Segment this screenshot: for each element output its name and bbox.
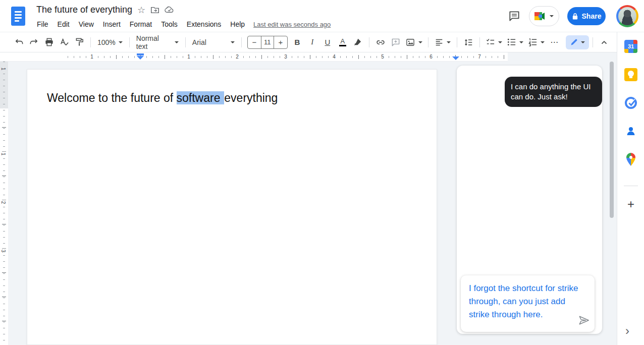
left-indent-marker[interactable] (137, 53, 144, 55)
move-to-folder-icon[interactable] (150, 6, 159, 15)
user-message-text: I forgot the shortcut for strike through… (469, 283, 578, 319)
paragraph-style-select[interactable]: Normal text (133, 35, 182, 49)
document-canvas: 1 1 2 3 4 5 6 7 1 1 2 3 Welcome to the f… (0, 52, 617, 345)
docs-logo-line (15, 11, 22, 13)
zoom-select[interactable]: 100% (94, 35, 126, 49)
hide-menus-button[interactable] (598, 35, 611, 49)
italic-label: I (311, 38, 313, 46)
vertical-scrollbar-thumb[interactable] (610, 62, 614, 218)
google-maps-icon[interactable] (624, 153, 637, 166)
document-text-line[interactable]: Welcome to the future of softwareeveryth… (47, 90, 278, 106)
google-calendar-icon[interactable]: 31 (624, 40, 637, 53)
editing-mode-button[interactable] (566, 35, 589, 49)
menu-item-format[interactable]: Format (125, 19, 156, 30)
user-message-bubble[interactable]: I forgot the shortcut for strike through… (461, 275, 595, 332)
menu-item-edit[interactable]: Edit (53, 19, 74, 30)
italic-button[interactable]: I (306, 35, 319, 49)
bold-label: B (294, 38, 300, 46)
align-button[interactable] (433, 35, 452, 49)
ruler-number: 7 (476, 54, 482, 60)
ruler-number: 1 (89, 54, 95, 60)
share-button[interactable]: Share (567, 7, 606, 25)
menu-item-help[interactable]: Help (226, 19, 249, 30)
google-docs-app: The future of everything ☆ File Edit Vie… (0, 0, 644, 345)
zoom-caret-icon (119, 41, 123, 43)
join-meet-button[interactable] (529, 6, 559, 26)
get-add-ons-button[interactable]: + (624, 198, 637, 211)
first-line-indent-marker[interactable] (137, 56, 144, 60)
title-row: The future of everything ☆ (36, 5, 174, 15)
toolbar-separator (241, 37, 242, 47)
document-title[interactable]: The future of everything (36, 5, 132, 15)
close-side-panel-button[interactable]: › (625, 325, 629, 337)
toolbar-separator (479, 37, 480, 47)
menu-bar: File Edit View Insert Format Tools Exten… (32, 19, 331, 30)
send-icon[interactable] (577, 314, 591, 327)
bold-button[interactable]: B (291, 35, 304, 49)
insert-image-button[interactable] (404, 35, 423, 49)
text-color-button[interactable]: A (336, 35, 349, 49)
checklist-button[interactable] (485, 35, 504, 49)
image-caret-icon (418, 41, 422, 43)
meet-caret-icon (550, 15, 554, 17)
docs-logo-icon[interactable] (11, 7, 25, 26)
google-contacts-icon[interactable] (624, 125, 637, 138)
lock-icon (572, 13, 578, 20)
ruler-number: 6 (428, 54, 434, 60)
google-tasks-icon[interactable] (624, 96, 637, 109)
calendar-date-label: 31 (624, 40, 637, 53)
underline-button[interactable]: U (321, 35, 334, 49)
open-comments-button[interactable] (508, 10, 521, 23)
zoom-value: 100% (97, 38, 116, 46)
menu-item-view[interactable]: View (74, 19, 98, 30)
insert-link-button[interactable] (374, 35, 387, 49)
menu-item-extensions[interactable]: Extensions (182, 19, 226, 30)
menu-item-file[interactable]: File (32, 19, 53, 30)
decrease-font-size-button[interactable]: − (248, 36, 261, 48)
side-panel-divider (624, 186, 638, 186)
more-options-label: ⋯ (550, 37, 559, 47)
paint-format-button[interactable] (73, 35, 86, 49)
document-page[interactable]: Welcome to the future of softwareeveryth… (27, 69, 437, 345)
docs-logo-line (15, 14, 22, 16)
font-size-value[interactable]: 11 (261, 36, 274, 48)
right-indent-marker[interactable] (452, 56, 459, 60)
numbered-list-button[interactable] (527, 35, 546, 49)
toolbar-separator (90, 37, 91, 47)
font-select[interactable]: Arial (189, 35, 238, 49)
side-panel-rail: 31 (617, 32, 644, 345)
google-keep-icon[interactable] (624, 68, 637, 81)
vertical-ruler[interactable]: 1 1 2 3 (0, 62, 8, 345)
redo-button[interactable] (27, 35, 40, 49)
account-avatar[interactable] (616, 5, 638, 27)
add-comment-button[interactable] (389, 35, 402, 49)
increase-font-size-button[interactable]: + (274, 36, 287, 48)
toolbar-separator (428, 37, 428, 47)
menu-item-tools[interactable]: Tools (156, 19, 182, 30)
cloud-saved-icon[interactable] (165, 5, 174, 15)
ruler-number: 1 (1, 152, 6, 157)
ruler-number: 3 (1, 249, 6, 254)
align-caret-icon (447, 41, 451, 43)
text-after-selection: everything (224, 91, 278, 104)
last-edit-link[interactable]: Last edit was seconds ago (253, 21, 331, 28)
more-options-button[interactable]: ⋯ (548, 35, 561, 49)
print-button[interactable] (42, 35, 56, 49)
text-before-selection: Welcome to the future of (47, 91, 177, 104)
star-icon[interactable]: ☆ (137, 6, 145, 15)
ruler-number: 2 (1, 200, 6, 205)
line-spacing-button[interactable] (462, 35, 475, 49)
ruler-number: 1 (186, 54, 192, 60)
horizontal-ruler[interactable]: 1 1 2 3 4 5 6 7 (0, 52, 508, 62)
styles-caret-icon (175, 41, 179, 43)
agent-message-bubble: I can do anything the UI can do. Just as… (505, 77, 602, 107)
spellcheck-button[interactable] (58, 35, 71, 49)
menu-item-insert[interactable]: Insert (98, 19, 125, 30)
bulleted-list-button[interactable] (506, 35, 525, 49)
pencil-icon (570, 38, 578, 46)
undo-button[interactable] (12, 35, 25, 49)
toolbar-separator (185, 37, 186, 47)
meet-icon (534, 12, 545, 20)
highlight-color-button[interactable] (351, 35, 364, 49)
text-color-bar (339, 45, 346, 46)
